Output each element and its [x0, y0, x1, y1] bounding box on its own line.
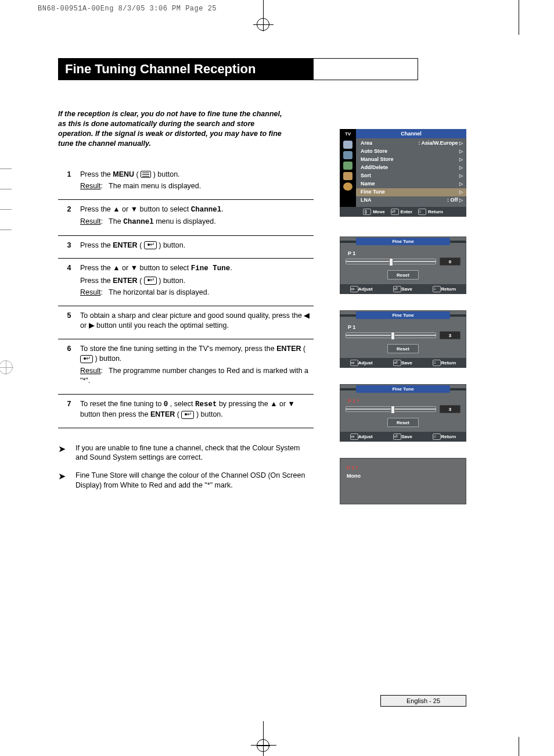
result-text: The main menu is displayed.	[109, 182, 201, 190]
osd-info-banner: P 1 * Mono	[340, 458, 466, 504]
leftright-icon	[350, 433, 358, 440]
osd-side-icon	[343, 151, 352, 159]
osd-icon-column	[340, 138, 356, 207]
leftright-icon	[350, 286, 358, 292]
osd-menu-item[interactable]: Name▷	[361, 180, 463, 188]
step-3: 3 Press the ENTER ( ) button.	[58, 235, 314, 259]
osd-menu-item[interactable]: Add/Delete▷	[361, 164, 463, 172]
osd-slider[interactable]: 3	[340, 405, 466, 413]
text: ) button.	[95, 354, 121, 363]
text: To store the fine tuning setting in the …	[80, 345, 276, 353]
crop-mark	[519, 737, 519, 756]
text: Press the	[80, 241, 113, 249]
osd-menu-item[interactable]: Auto Store▷	[361, 148, 463, 156]
osd-foot-save: Save	[401, 360, 412, 366]
osd-sound-mode: Mono	[347, 472, 459, 480]
osd-fine-tune-title: Fine Tune	[356, 238, 450, 245]
enter-label: ENTER	[113, 277, 137, 285]
osd-menu-item-selected[interactable]: Fine Tune▷	[356, 188, 466, 196]
osd-foot-return: Return	[441, 360, 456, 366]
registration-mark-left	[0, 360, 13, 374]
result-label: Result	[80, 217, 100, 225]
registration-mark	[257, 18, 269, 31]
step-number: 4	[58, 263, 80, 300]
osd-tv-badge: TV	[340, 129, 356, 138]
chevron-right-icon: ▷	[459, 181, 463, 188]
title-band: Fine Tuning Channel Reception	[58, 58, 418, 80]
slider-knob[interactable]	[391, 406, 395, 414]
text: ) button.	[196, 410, 223, 418]
osd-footer: Adjust Save Return	[340, 432, 466, 442]
result-label: Result	[80, 182, 100, 190]
enter-icon	[393, 286, 401, 292]
return-icon	[418, 209, 426, 215]
osd-foot-adjust: Adjust	[358, 434, 373, 439]
osd-item-label: Fine Tune	[361, 188, 385, 196]
osd-reset-button[interactable]: Reset	[387, 418, 419, 427]
intro-paragraph: If the reception is clear, you do not ha…	[58, 109, 290, 149]
updown-icon	[363, 209, 371, 215]
slider-knob[interactable]	[391, 332, 395, 340]
osd-item-label: LNA	[361, 196, 372, 205]
osd-foot-return: Return	[441, 434, 456, 439]
result-text: The horizontal bar is displayed.	[109, 288, 209, 296]
osd-program-number: P 1	[340, 320, 466, 331]
chevron-right-icon: ▷	[459, 148, 463, 155]
mono-text: Channel	[191, 206, 222, 214]
note-2: Fine Tune Store will change the colour o…	[58, 471, 314, 490]
osd-slider[interactable]: 3	[340, 331, 466, 339]
osd-foot-adjust: Adjust	[358, 286, 373, 292]
osd-item-value: : Asia/W.Europe	[418, 140, 458, 146]
enter-icon	[393, 433, 401, 440]
osd-reset-button[interactable]: Reset	[387, 344, 419, 353]
text: (	[139, 277, 144, 285]
osd-menu-item[interactable]: LNA: Off ▷	[361, 196, 463, 205]
notes-block: If you are unable to fine tune a channel…	[58, 443, 314, 491]
page: BN68-00951A-00Eng 8/3/05 3:06 PM Page 25…	[0, 0, 554, 756]
return-icon	[433, 360, 441, 366]
text: .	[221, 205, 223, 213]
osd-slider[interactable]: 0	[340, 257, 466, 266]
text: .	[230, 264, 232, 272]
trim-ticks-left	[0, 169, 12, 250]
enter-label: ENTER	[150, 410, 175, 418]
text: ) button.	[159, 277, 185, 285]
step-number: 6	[58, 344, 80, 388]
osd-menu-item[interactable]: Sort▷	[361, 172, 463, 180]
text: The	[109, 217, 123, 225]
osd-reset-button[interactable]: Reset	[387, 270, 419, 280]
page-title: Fine Tuning Channel Reception	[58, 58, 314, 80]
enter-icon	[144, 277, 157, 285]
osd-fine-tune-title: Fine Tune	[356, 311, 450, 319]
step-number: 3	[58, 241, 80, 253]
osd-foot-move: Move	[373, 209, 384, 214]
mono-text: Channel	[123, 218, 154, 226]
osd-fine-tune-3: Fine Tune P 1 * 3 Reset Adjust Save Retu…	[340, 384, 466, 442]
osd-item-label: Auto Store	[361, 148, 387, 156]
osd-footer: Adjust Save Return	[340, 358, 466, 368]
text: Press the	[80, 170, 113, 178]
text: ) button.	[159, 241, 185, 249]
osd-title: Channel	[356, 129, 466, 138]
text: (	[139, 241, 144, 249]
osd-fine-tune-1: Fine Tune P 1 0 Reset Adjust Save Return	[340, 237, 466, 294]
chevron-right-icon: ▷	[459, 189, 463, 196]
page-number: English - 25	[380, 695, 466, 707]
text: Press the	[80, 277, 113, 285]
enter-icon	[393, 360, 401, 366]
osd-column: TV Channel Area: Asia/W.Europe ▷ Auto St…	[340, 129, 466, 504]
step-1: 1 Press the MENU ( ) button. Result: The…	[58, 165, 314, 199]
osd-foot-return: Return	[441, 286, 456, 292]
osd-channel-menu: TV Channel Area: Asia/W.Europe ▷ Auto St…	[340, 129, 466, 217]
osd-slider-value: 0	[440, 257, 461, 266]
osd-item-value: : Off	[447, 197, 458, 203]
slider-knob[interactable]	[389, 258, 393, 266]
enter-icon	[391, 209, 399, 215]
osd-menu-item[interactable]: Area: Asia/W.Europe ▷	[361, 139, 463, 148]
chevron-right-icon: ▷	[459, 156, 463, 163]
return-icon	[433, 286, 441, 292]
menu-label: MENU	[113, 170, 134, 178]
osd-menu-item[interactable]: Manual Store▷	[361, 156, 463, 164]
enter-icon	[181, 411, 194, 419]
leftright-icon	[350, 360, 358, 366]
